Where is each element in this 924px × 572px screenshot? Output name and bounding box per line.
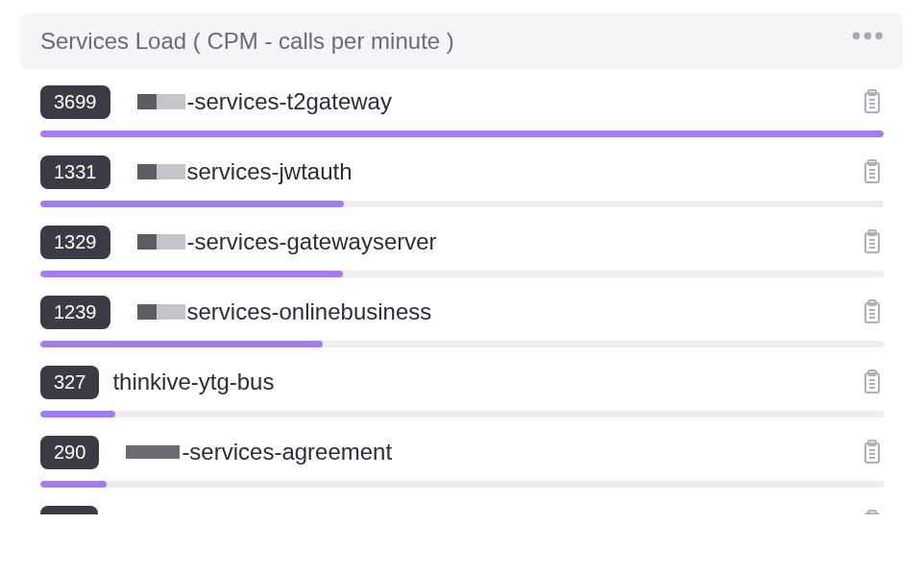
- progress-track: [40, 481, 884, 488]
- list-item: 1331 services-jwtauth: [40, 151, 884, 207]
- service-name: thinkive-ytg-bus: [112, 369, 274, 395]
- list-item: [40, 501, 884, 514]
- value-badge: 1331: [40, 155, 110, 189]
- list-item-row: 1239 services-onlinebusiness: [40, 291, 884, 333]
- list-item: 1329 -services-gatewayserver: [40, 221, 884, 277]
- value-badge: 1329: [40, 226, 110, 259]
- list-item-left: 3699 -services-t2gateway: [40, 85, 392, 119]
- redacted-prefix: [137, 234, 185, 250]
- value-badge: 290: [40, 436, 99, 469]
- clipboard-icon[interactable]: [861, 369, 884, 395]
- clipboard-icon[interactable]: [861, 439, 884, 465]
- list-item-row: 327 thinkive-ytg-bus: [40, 361, 884, 403]
- service-label: thinkive-ytg-bus: [112, 369, 274, 395]
- progress-fill: [40, 201, 344, 207]
- clipboard-icon[interactable]: [861, 509, 884, 514]
- service-name: services-jwtauth: [187, 158, 353, 185]
- redacted-prefix: [137, 164, 185, 179]
- progress-fill: [40, 341, 323, 347]
- list-item: 327 thinkive-ytg-bus: [40, 361, 884, 417]
- clipboard-icon[interactable]: [861, 158, 884, 185]
- progress-track: [40, 271, 884, 277]
- progress-fill: [40, 131, 884, 137]
- progress-track: [40, 411, 884, 417]
- progress-track: [40, 131, 884, 137]
- list-item-left: 327 thinkive-ytg-bus: [40, 366, 274, 399]
- value-badge: 1239: [40, 296, 110, 329]
- services-list: 3699 -services-t2gateway: [21, 69, 903, 514]
- list-item-row: 290 -services-agreement: [40, 431, 884, 473]
- list-item: 3699 -services-t2gateway: [40, 81, 884, 137]
- service-label: -services-agreement: [112, 439, 392, 465]
- list-item-left: 1239 services-onlinebusiness: [40, 296, 431, 329]
- more-options-icon[interactable]: •••: [852, 30, 886, 52]
- list-item-row: 3699 -services-t2gateway: [40, 81, 884, 123]
- list-item-row: 1331 services-jwtauth: [40, 151, 884, 193]
- service-label: -services-gatewayserver: [124, 228, 437, 255]
- list-item: 1239 services-onlinebusiness: [40, 291, 884, 347]
- list-item: 290 -services-agreement: [40, 431, 884, 488]
- redacted-prefix: [137, 304, 185, 320]
- service-name: -services-agreement: [182, 439, 392, 465]
- redacted-prefix: [137, 94, 185, 109]
- progress-fill: [40, 411, 115, 417]
- service-label: services-jwtauth: [124, 158, 353, 185]
- redacted-prefix: [126, 445, 180, 459]
- clipboard-icon[interactable]: [861, 88, 884, 115]
- value-badge: 3699: [40, 85, 110, 119]
- service-label: services-onlinebusiness: [124, 298, 432, 325]
- service-label: -services-t2gateway: [124, 88, 392, 115]
- clipboard-icon[interactable]: [861, 228, 884, 255]
- service-name: -services-t2gateway: [187, 88, 392, 115]
- panel-header: Services Load ( CPM - calls per minute )…: [21, 13, 903, 69]
- progress-track: [40, 201, 884, 207]
- clipboard-icon[interactable]: [861, 298, 884, 325]
- list-item-left: 1331 services-jwtauth: [40, 155, 353, 189]
- list-item-left: [40, 506, 98, 515]
- list-item-left: 290 -services-agreement: [40, 436, 392, 469]
- progress-fill: [40, 271, 343, 277]
- services-load-panel: Services Load ( CPM - calls per minute )…: [21, 13, 903, 514]
- service-name: -services-gatewayserver: [187, 228, 437, 255]
- list-item-left: 1329 -services-gatewayserver: [40, 226, 437, 259]
- list-item-row: 1329 -services-gatewayserver: [40, 221, 884, 263]
- panel-title: Services Load ( CPM - calls per minute ): [40, 28, 454, 55]
- service-name: services-onlinebusiness: [187, 298, 432, 325]
- list-item-row: [40, 501, 884, 514]
- progress-track: [40, 341, 884, 347]
- value-badge: 327: [40, 366, 99, 399]
- progress-fill: [40, 481, 107, 488]
- value-badge: [40, 506, 98, 515]
